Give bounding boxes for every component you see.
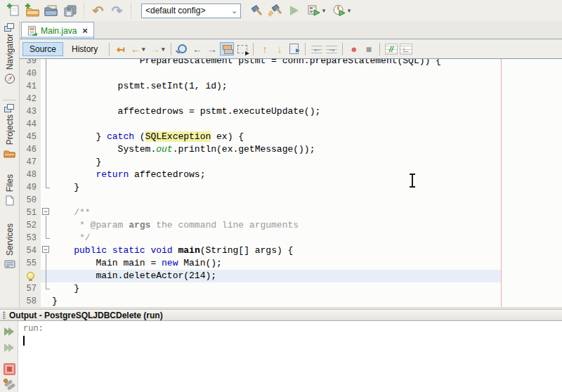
line-number[interactable]: 54: [20, 244, 41, 257]
line-number[interactable]: 52: [20, 219, 41, 232]
toggle-bookmark-button[interactable]: [287, 42, 301, 55]
code-line[interactable]: 39 PreparedStatement pstmt = conn.prepar…: [20, 59, 562, 67]
clean-and-build-button[interactable]: [266, 1, 285, 20]
ant-settings-button[interactable]: [2, 378, 16, 391]
find-selection-button[interactable]: [176, 42, 189, 55]
code-line[interactable]: main.deleteActor(214);: [20, 270, 562, 282]
code-line[interactable]: 40: [20, 67, 562, 80]
code-line[interactable]: 42: [20, 93, 562, 105]
next-occurrence-button[interactable]: →: [205, 42, 218, 55]
code-line[interactable]: 43 affectedrows = pstmt.executeUpdate();: [20, 105, 562, 118]
line-number[interactable]: 58: [20, 295, 41, 307]
start-macro-recording-button[interactable]: ●: [347, 42, 360, 55]
stop-macro-recording-button[interactable]: ■: [362, 42, 375, 55]
code-text: System.out.println(ex.getMessage());: [52, 143, 315, 156]
code-line[interactable]: 54− public static void main(String[] arg…: [20, 244, 562, 257]
code-line[interactable]: 47 }: [20, 156, 562, 169]
close-icon[interactable]: ×: [82, 26, 88, 35]
save-all-button[interactable]: [60, 1, 79, 20]
shift-line-left-button[interactable]: ←: [310, 42, 323, 55]
new-file-button[interactable]: [4, 1, 22, 20]
code-line[interactable]: 52 * @param args the command line argume…: [20, 219, 562, 232]
code-line[interactable]: 55 Main main = new Main();: [20, 257, 562, 270]
line-number[interactable]: 50: [20, 194, 41, 207]
line-number[interactable]: 46: [20, 143, 41, 156]
code-line[interactable]: 45 } catch (SQLException ex) {: [20, 131, 562, 143]
previous-occurrence-button[interactable]: ←: [190, 42, 204, 55]
line-number[interactable]: 39: [20, 59, 41, 67]
stop-build-button[interactable]: [2, 362, 16, 376]
forward-button[interactable]: →▾: [148, 42, 166, 55]
mouse-ibeam-cursor: [408, 173, 417, 188]
toggle-highlight-search-button[interactable]: [220, 42, 234, 55]
dock-window-icon[interactable]: [4, 104, 14, 112]
uncomment-button[interactable]: ∟: [399, 42, 412, 55]
editor-tab-bar: Main.java ×: [20, 21, 562, 39]
line-number[interactable]: 40: [20, 67, 41, 80]
build-project-button[interactable]: [247, 1, 266, 20]
sidebar-item-navigator[interactable]: Navigator: [0, 34, 19, 84]
sidebar-item-projects[interactable]: Projects: [0, 115, 19, 158]
line-number[interactable]: 48: [20, 169, 41, 181]
code-line[interactable]: 49 }: [20, 181, 562, 194]
line-number[interactable]: 47: [20, 156, 41, 169]
history-view-button[interactable]: History: [65, 42, 105, 56]
toggle-rectangular-selection-button[interactable]: [235, 42, 249, 55]
code-line[interactable]: 53 */: [20, 232, 562, 244]
line-number[interactable]: 57: [20, 282, 41, 295]
source-view-button[interactable]: Source: [22, 42, 63, 56]
code-line[interactable]: 44: [20, 118, 562, 131]
rerun-with-parameters-button[interactable]: [2, 341, 16, 354]
profile-project-button[interactable]: ▾: [329, 1, 354, 20]
dock-window-icon[interactable]: [4, 23, 14, 32]
redo-button[interactable]: ↷: [107, 1, 126, 20]
next-bookmark-button[interactable]: ↓: [273, 42, 286, 55]
code-line[interactable]: 41 pstmt.setInt(1, id);: [20, 80, 562, 93]
output-window-title: Output - PostgreSQLJDBCDelete (run): [9, 311, 163, 320]
tab-main-java[interactable]: Main.java ×: [21, 22, 94, 39]
open-project-button[interactable]: [41, 1, 60, 20]
line-number[interactable]: 42: [20, 93, 41, 105]
code-fold-toggle[interactable]: −: [41, 207, 52, 219]
sidebar-item-files[interactable]: Files: [0, 174, 19, 206]
comment-button[interactable]: //: [384, 42, 398, 55]
code-text: return affectedrows;: [52, 169, 205, 181]
line-number[interactable]: 53: [20, 232, 41, 244]
code-line[interactable]: 51− /**: [20, 207, 562, 219]
shift-line-right-button[interactable]: →: [325, 42, 338, 55]
code-fold-toggle[interactable]: −: [41, 244, 52, 257]
run-project-button[interactable]: [285, 1, 303, 20]
output-window-header[interactable]: Output - PostgreSQLJDBCDelete (run): [0, 309, 562, 321]
line-number[interactable]: 44: [20, 118, 41, 131]
line-number[interactable]: 45: [20, 131, 41, 143]
sidebar-item-services[interactable]: Services: [0, 223, 19, 269]
debug-project-button[interactable]: ▾: [303, 1, 329, 20]
output-console[interactable]: run:: [19, 321, 562, 392]
jump-last-edit-button[interactable]: ↤: [114, 42, 127, 55]
new-project-button[interactable]: [22, 1, 41, 20]
code-line[interactable]: 46 System.out.println(ex.getMessage());: [20, 143, 562, 156]
fold-guide: [41, 67, 52, 80]
line-number[interactable]: 41: [20, 80, 41, 93]
code-line[interactable]: 50: [20, 194, 562, 207]
hint-lightbulb-icon[interactable]: [27, 272, 34, 280]
rerun-button[interactable]: [2, 325, 16, 338]
fold-guide: [41, 59, 52, 67]
undo-button[interactable]: ↶: [89, 1, 107, 20]
line-number[interactable]: 55: [20, 257, 41, 270]
drag-grip-icon[interactable]: [3, 311, 6, 319]
previous-bookmark-button[interactable]: ↑: [258, 42, 271, 55]
code-editor[interactable]: 39 PreparedStatement pstmt = conn.prepar…: [20, 59, 562, 307]
line-number[interactable]: 43: [20, 105, 41, 118]
config-select[interactable]: <default config> ⌄: [141, 4, 241, 18]
chevron-down-icon: ⌄: [228, 6, 240, 15]
fold-guide: [41, 143, 52, 156]
shift-left-icon: ←: [311, 44, 322, 54]
line-number[interactable]: 51: [20, 207, 41, 219]
back-button[interactable]: ←▾: [129, 42, 147, 55]
code-line[interactable]: 58}: [20, 295, 562, 307]
code-line[interactable]: 48 return affectedrows;: [20, 169, 562, 181]
hint-gutter-cell[interactable]: [20, 270, 41, 282]
code-line[interactable]: 57 }: [20, 282, 562, 295]
line-number[interactable]: 49: [20, 181, 41, 194]
